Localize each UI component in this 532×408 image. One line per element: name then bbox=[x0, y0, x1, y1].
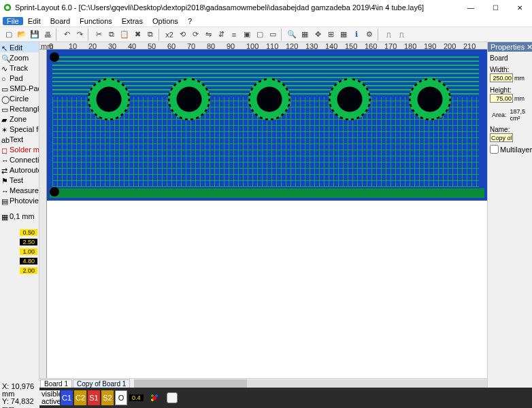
size-preset[interactable]: 1.00 bbox=[20, 248, 37, 255]
tool-zoom[interactable]: 🔍Zoom bbox=[0, 52, 39, 63]
board-name-input[interactable] bbox=[490, 133, 513, 142]
tool-rectangle[interactable]: ▭Rectangle▾ bbox=[0, 103, 39, 114]
snap-button[interactable]: ⊞ bbox=[325, 29, 337, 41]
mask-icon: ◻ bbox=[1, 146, 8, 153]
tool-connections[interactable]: ↔Connections bbox=[0, 154, 39, 165]
ruler-tick: 130 bbox=[305, 42, 318, 50]
align-button[interactable]: ≡ bbox=[228, 29, 240, 41]
ruler-tick: 0 bbox=[49, 42, 53, 50]
tool-special-form[interactable]: ✶Special form bbox=[0, 124, 39, 134]
print-button[interactable]: 🖶 bbox=[41, 29, 54, 41]
area-value: 187,5 cm² bbox=[508, 108, 530, 122]
minimize-button[interactable]: — bbox=[459, 0, 483, 15]
circle-icon: ◯ bbox=[1, 95, 8, 102]
cut-button[interactable]: ✂ bbox=[93, 29, 105, 41]
undo-button[interactable]: ↶ bbox=[61, 29, 73, 41]
height-input[interactable] bbox=[490, 94, 513, 103]
tool-label: Zone bbox=[10, 115, 27, 123]
maximize-button[interactable]: ☐ bbox=[483, 0, 508, 15]
properties-header: Properties ✕ bbox=[488, 42, 532, 52]
ruler-tick: 100 bbox=[246, 42, 259, 50]
size-preset[interactable]: 2.00 bbox=[20, 267, 37, 274]
delete2-button[interactable]: ▭ bbox=[267, 29, 279, 41]
tool-track[interactable]: ∿Track bbox=[0, 63, 39, 73]
grid-setting[interactable]: ▦0,1 mm bbox=[0, 211, 39, 221]
save-button[interactable]: 💾 bbox=[29, 29, 41, 41]
status-bar: X: 10,976 mm Y: 74,832 mm visible active… bbox=[0, 388, 532, 408]
gear-button[interactable]: ⚙ bbox=[363, 29, 376, 41]
mirror-h-button[interactable]: ⇋ bbox=[202, 29, 214, 41]
ruler-tick: 120 bbox=[286, 42, 298, 50]
mirror-v-button[interactable]: ⇵ bbox=[215, 29, 227, 41]
board-tab[interactable]: Board 1 bbox=[40, 379, 72, 388]
gate2-button[interactable]: ⎍ bbox=[395, 29, 408, 41]
ruler-tick: 40 bbox=[128, 42, 136, 50]
menu-board[interactable]: Board bbox=[46, 16, 75, 26]
menu-edit[interactable]: Edit bbox=[23, 16, 46, 26]
menu-functions[interactable]: Functions bbox=[75, 16, 117, 26]
tool-test[interactable]: ⚑Test bbox=[0, 175, 39, 185]
layer-colors-icon[interactable] bbox=[149, 392, 160, 403]
tool-text[interactable]: abText bbox=[0, 134, 39, 144]
width-input[interactable] bbox=[490, 73, 513, 82]
paste-button[interactable]: 📋 bbox=[118, 29, 131, 41]
tool-label: Text bbox=[10, 135, 23, 143]
tool-label: Special form bbox=[10, 125, 39, 133]
properties-panel: Properties ✕ Board Width: mm Height: mm … bbox=[487, 42, 532, 388]
grid-button[interactable]: ▦ bbox=[337, 29, 350, 41]
layer-c1-button[interactable]: C1 bbox=[61, 390, 73, 405]
multilayer-check[interactable] bbox=[490, 145, 499, 154]
info-button[interactable]: ℹ bbox=[350, 29, 363, 41]
layer-s2-button[interactable]: S2 bbox=[101, 390, 114, 405]
group-button[interactable]: ▣ bbox=[241, 29, 253, 41]
tool-photoview[interactable]: ▤Photoview bbox=[0, 195, 39, 205]
new-button[interactable]: ▢ bbox=[3, 29, 15, 41]
dup-button[interactable]: ⧉ bbox=[144, 29, 156, 41]
delete-button[interactable]: ✖ bbox=[131, 29, 144, 41]
menu-?[interactable]: ? bbox=[183, 16, 197, 26]
tool-smd-pad[interactable]: ▭SMD-Pad bbox=[0, 83, 39, 93]
loop-icon[interactable] bbox=[167, 392, 178, 403]
h-scrollbar[interactable] bbox=[134, 379, 487, 388]
copy-button[interactable]: ⧉ bbox=[105, 29, 118, 41]
pcb-canvas[interactable] bbox=[47, 50, 487, 378]
board-tab[interactable]: Copy of Board 1 bbox=[73, 379, 130, 388]
multilayer-checkbox[interactable]: Multilayer bbox=[488, 143, 532, 155]
tool-autoroute[interactable]: ⇄Autoroute bbox=[0, 165, 39, 175]
size-preset[interactable]: 2.50 bbox=[20, 239, 37, 245]
menu-extras[interactable]: Extras bbox=[117, 16, 148, 26]
close-panel-icon[interactable]: ✕ bbox=[525, 43, 532, 52]
cursor-icon: ↖ bbox=[1, 44, 8, 51]
close-button[interactable]: ✕ bbox=[508, 0, 532, 15]
target-button[interactable]: ✥ bbox=[312, 29, 324, 41]
auto-icon: ⇄ bbox=[1, 167, 8, 173]
x2-button[interactable]: x2 bbox=[163, 29, 176, 41]
layer-o-button[interactable]: O bbox=[115, 390, 127, 405]
size-preset[interactable]: 0.50 bbox=[20, 229, 37, 236]
size-preset[interactable]: 4.80 bbox=[20, 258, 37, 265]
gate1-button[interactable]: ⎍ bbox=[382, 29, 395, 41]
tool-label: Edit bbox=[10, 44, 22, 52]
select-button[interactable]: ▦ bbox=[299, 29, 311, 41]
tool-solder-mask[interactable]: ◻Solder mask bbox=[0, 144, 39, 154]
rot-r-button[interactable]: ⟳ bbox=[189, 29, 201, 41]
app-icon bbox=[3, 3, 12, 12]
layer-s1-button[interactable]: S1 bbox=[88, 390, 100, 405]
tool-zone[interactable]: ▰Zone bbox=[0, 114, 39, 124]
tool-measure[interactable]: ↔Measure bbox=[0, 185, 39, 195]
menu-options[interactable]: Options bbox=[148, 16, 183, 26]
ruler-tick: 10 bbox=[69, 42, 77, 50]
open-button[interactable]: 📂 bbox=[16, 29, 28, 41]
ruler-tick: 180 bbox=[404, 42, 416, 50]
tool-label: Connections bbox=[10, 156, 39, 164]
redo-button[interactable]: ↷ bbox=[73, 29, 86, 41]
tool-circle[interactable]: ◯Circle bbox=[0, 93, 39, 103]
unit-label: mm bbox=[514, 75, 525, 82]
menu-file[interactable]: File bbox=[3, 17, 23, 25]
layer-c2-button[interactable]: C2 bbox=[74, 390, 86, 405]
zoom-tool-button[interactable]: 🔍 bbox=[286, 29, 298, 41]
rot-l-button[interactable]: ⟲ bbox=[176, 29, 188, 41]
tool-pad[interactable]: ○Pad bbox=[0, 73, 39, 83]
tool-edit[interactable]: ↖Edit bbox=[0, 42, 39, 52]
ungroup-button[interactable]: ▢ bbox=[254, 29, 266, 41]
